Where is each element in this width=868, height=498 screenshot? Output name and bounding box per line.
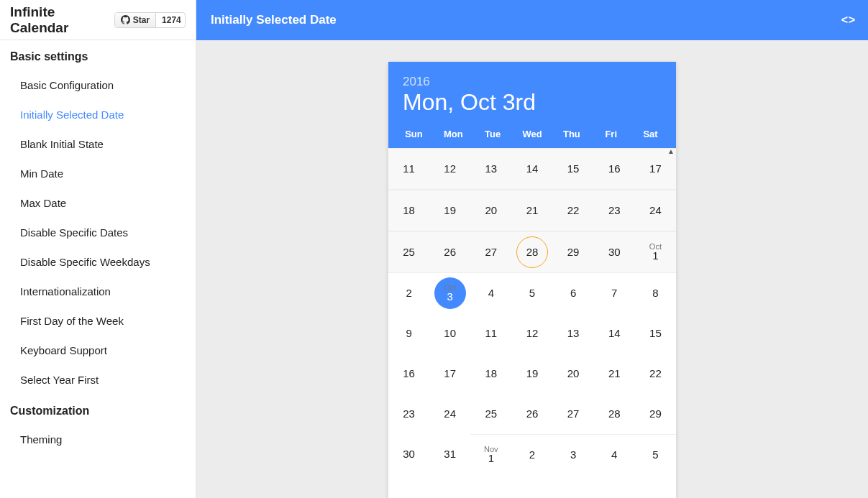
day-cell[interactable]: 20 — [470, 190, 511, 231]
day-cell[interactable]: 21 — [594, 354, 635, 394]
day-cell[interactable]: 7 — [594, 273, 635, 313]
github-icon — [121, 15, 130, 24]
sidebar: Infinite Calendar Star 1274 Basic settin… — [0, 0, 196, 498]
calendar-row: 2Oct345678 — [388, 273, 676, 313]
day-cell[interactable]: 28 — [511, 232, 552, 272]
calendar-weekdays: SunMonTueWedThuFriSat — [388, 124, 676, 148]
day-number: 13 — [567, 327, 580, 340]
sidebar-item-keyboard-support[interactable]: Keyboard Support — [0, 336, 196, 365]
day-cell[interactable]: 19 — [511, 354, 552, 394]
day-cell[interactable]: 11 — [388, 149, 429, 189]
day-cell[interactable]: 16 — [594, 149, 635, 189]
day-number: 7 — [611, 287, 617, 300]
day-cell[interactable]: 22 — [553, 190, 594, 231]
day-cell[interactable]: 26 — [511, 394, 552, 434]
day-cell[interactable]: 23 — [594, 190, 635, 231]
day-cell[interactable]: 18 — [470, 354, 511, 394]
weekday-label: Wed — [513, 129, 552, 139]
day-cell[interactable]: 30 — [594, 232, 635, 272]
day-cell[interactable]: 29 — [635, 394, 676, 434]
day-cell[interactable]: Oct3 — [429, 273, 470, 313]
github-star-left: Star — [115, 13, 156, 27]
sidebar-item-theming[interactable]: Theming — [0, 425, 196, 454]
day-cell[interactable]: 5 — [511, 273, 552, 313]
day-cell[interactable]: 31 — [429, 434, 470, 474]
day-cell[interactable]: 4 — [594, 434, 635, 474]
sidebar-nav[interactable]: Basic settingsBasic ConfigurationInitial… — [0, 40, 196, 498]
sidebar-item-first-day-of-the-week[interactable]: First Day of the Week — [0, 306, 196, 336]
day-cell[interactable]: 27 — [553, 394, 594, 434]
calendar-selected-date[interactable]: Mon, Oct 3rd — [403, 89, 662, 116]
stage[interactable]: 2016 Mon, Oct 3rd SunMonTueWedThuFriSat … — [196, 40, 868, 498]
day-cell[interactable]: 18 — [388, 190, 429, 231]
sidebar-item-disable-specific-weekdays[interactable]: Disable Specific Weekdays — [0, 247, 196, 277]
day-cell[interactable]: 30 — [388, 434, 429, 474]
day-number: 28 — [526, 246, 539, 259]
day-cell[interactable]: 15 — [635, 313, 676, 354]
day-cell[interactable]: 24 — [635, 190, 676, 231]
day-cell[interactable]: 12 — [429, 149, 470, 189]
weekday-label: Sat — [631, 129, 670, 139]
calendar-year[interactable]: 2016 — [403, 75, 662, 89]
day-cell[interactable]: Oct1 — [635, 232, 676, 272]
day-cell[interactable]: 16 — [388, 354, 429, 394]
day-cell[interactable]: 12 — [511, 313, 552, 354]
calendar-grid-wrap: ▲ 11121314151617181920212223242526272829… — [388, 148, 676, 474]
day-cell[interactable]: 2 — [388, 273, 429, 313]
sidebar-item-min-date[interactable]: Min Date — [0, 159, 196, 188]
day-cell[interactable]: 19 — [429, 190, 470, 231]
day-cell[interactable]: 11 — [470, 313, 511, 354]
sidebar-item-internationalization[interactable]: Internationalization — [0, 277, 196, 306]
day-cell[interactable]: 21 — [511, 190, 552, 231]
day-number: 10 — [444, 327, 456, 340]
day-cell[interactable]: 15 — [553, 149, 594, 189]
nav-section-title: Customization — [0, 395, 196, 425]
scroll-up-icon[interactable]: ▲ — [667, 148, 675, 155]
calendar-grid[interactable]: 1112131415161718192021222324252627282930… — [388, 148, 676, 474]
sidebar-item-max-date[interactable]: Max Date — [0, 188, 196, 218]
day-cell[interactable]: 20 — [553, 354, 594, 394]
day-cell[interactable]: 14 — [511, 149, 552, 189]
day-cell[interactable]: 13 — [470, 149, 511, 189]
day-number: 29 — [649, 407, 662, 420]
day-cell[interactable]: 25 — [470, 394, 511, 434]
day-number: 17 — [444, 367, 456, 380]
day-cell[interactable]: 14 — [594, 313, 635, 354]
day-cell[interactable]: 5 — [635, 434, 676, 474]
sidebar-item-blank-initial-state[interactable]: Blank Initial State — [0, 129, 196, 159]
day-number: 12 — [444, 162, 456, 175]
day-number: 3 — [447, 290, 453, 303]
day-cell[interactable]: 10 — [429, 313, 470, 354]
day-cell[interactable]: 26 — [429, 232, 470, 272]
day-cell[interactable]: 29 — [553, 232, 594, 272]
day-cell[interactable]: 13 — [553, 313, 594, 354]
day-cell[interactable]: 8 — [635, 273, 676, 313]
weekday-label: Fri — [591, 129, 631, 139]
day-cell[interactable]: 2 — [511, 434, 552, 474]
day-cell[interactable]: 23 — [388, 394, 429, 434]
day-number: 15 — [649, 327, 662, 340]
day-cell[interactable]: 3 — [553, 434, 594, 474]
day-cell[interactable]: 22 — [635, 354, 676, 394]
day-cell[interactable]: 25 — [388, 232, 429, 272]
github-star-button[interactable]: Star 1274 — [114, 12, 186, 28]
sidebar-item-disable-specific-dates[interactable]: Disable Specific Dates — [0, 218, 196, 247]
main-header: Initially Selected Date < > — [196, 0, 868, 40]
day-number: 3 — [570, 448, 576, 461]
day-cell[interactable]: 4 — [470, 273, 511, 313]
sidebar-item-select-year-first[interactable]: Select Year First — [0, 365, 196, 395]
calendar-row: 252627282930Oct1 — [388, 231, 676, 273]
day-cell[interactable]: 6 — [553, 273, 594, 313]
day-cell[interactable]: 17 — [429, 354, 470, 394]
day-cell[interactable]: 9 — [388, 313, 429, 354]
day-number: 14 — [526, 162, 539, 175]
sidebar-item-basic-configuration[interactable]: Basic Configuration — [0, 70, 196, 100]
day-cell[interactable]: 27 — [470, 232, 511, 272]
day-cell[interactable]: Nov1 — [470, 434, 511, 474]
day-cell[interactable]: 28 — [594, 394, 635, 434]
sidebar-item-initially-selected-date[interactable]: Initially Selected Date — [0, 100, 196, 129]
calendar-row: 9101112131415 — [388, 313, 676, 354]
day-cell[interactable]: 24 — [429, 394, 470, 434]
main: Initially Selected Date < > 2016 Mon, Oc… — [196, 0, 868, 498]
code-toggle-button[interactable]: < > — [841, 14, 854, 27]
